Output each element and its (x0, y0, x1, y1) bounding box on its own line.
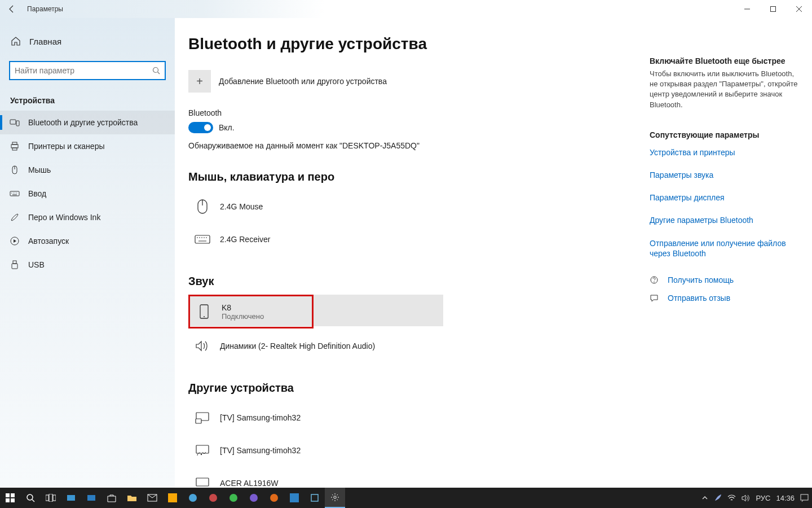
svg-point-34 (201, 454, 202, 455)
section-mkp-title: Мышь, клавиатура и перо (188, 170, 626, 183)
svg-rect-60 (801, 494, 808, 500)
svg-rect-41 (6, 498, 10, 502)
home-icon (10, 36, 21, 46)
taskbar-app-7[interactable] (304, 488, 325, 508)
sidebar-item-label: USB (28, 260, 45, 269)
sidebar-item-label: Автозапуск (28, 237, 69, 246)
svg-rect-32 (196, 419, 201, 423)
plus-icon: + (188, 70, 211, 93)
svg-line-44 (32, 500, 34, 502)
search-input-wrap[interactable] (9, 61, 166, 80)
devices-icon (9, 117, 20, 128)
start-button[interactable] (0, 488, 20, 508)
tips-fast-title: Включайте Bluetooth еще быстрее (650, 56, 798, 65)
link-display[interactable]: Параметры дисплея (650, 192, 798, 203)
svg-rect-42 (11, 498, 15, 502)
svg-rect-58 (311, 494, 318, 501)
home-button[interactable]: Главная (0, 32, 175, 51)
keyboard-icon (193, 230, 212, 249)
speaker-icon (193, 336, 212, 356)
svg-rect-47 (53, 495, 56, 501)
search-button[interactable] (20, 488, 41, 508)
sidebar-item-bluetooth[interactable]: Bluetooth и другие устройства (0, 111, 175, 134)
sidebar: Главная Устройства Bluetooth и другие ус… (0, 18, 175, 488)
section-other-title: Другие устройства (188, 382, 626, 395)
search-input[interactable] (15, 66, 152, 75)
taskbar-store[interactable] (102, 488, 122, 508)
get-help-link[interactable]: Получить помощь (650, 275, 798, 284)
svg-rect-8 (12, 148, 17, 150)
tray-wifi-icon[interactable] (727, 494, 736, 501)
svg-rect-35 (196, 478, 209, 486)
sidebar-item-mouse[interactable]: Мышь (0, 158, 175, 182)
svg-line-3 (158, 72, 160, 75)
device-item-tv1[interactable]: [TV] Samsung-timoh32 (188, 401, 443, 434)
svg-rect-1 (771, 7, 776, 12)
sidebar-item-autoplay[interactable]: Автозапуск (0, 229, 175, 253)
tray-time[interactable]: 14:36 (776, 494, 795, 502)
device-item-speakers[interactable]: Динамики (2- Realtek High Definition Aud… (188, 330, 443, 362)
sidebar-item-typing[interactable]: Ввод (0, 182, 175, 205)
device-item-mouse[interactable]: 2.4G Mouse (188, 190, 443, 223)
autoplay-icon (9, 236, 20, 246)
taskbar-viber[interactable] (244, 488, 264, 508)
taskbar-app-2[interactable] (81, 488, 102, 508)
link-send-receive[interactable]: Отправление или получение файлов через B… (650, 238, 798, 259)
link-sound[interactable]: Параметры звука (650, 170, 798, 180)
content: Bluetooth и другие устройства + Добавлен… (175, 18, 643, 488)
svg-rect-45 (46, 495, 48, 501)
sidebar-item-label: Мышь (28, 165, 51, 174)
bluetooth-label: Bluetooth (188, 108, 626, 117)
tray-feather-icon[interactable] (714, 494, 722, 502)
taskbar-firefox[interactable] (264, 488, 284, 508)
close-button[interactable] (786, 0, 812, 18)
help-icon (650, 275, 660, 284)
tips-panel: Включайте Bluetooth еще быстрее Чтобы вк… (643, 18, 812, 488)
device-item-k8[interactable]: K8 Подключено (190, 296, 312, 327)
maximize-button[interactable] (760, 0, 786, 18)
bluetooth-toggle[interactable] (188, 122, 213, 133)
feedback-label: Отправить отзыв (668, 294, 730, 303)
sidebar-item-printers[interactable]: Принтеры и сканеры (0, 134, 175, 158)
svg-rect-11 (10, 191, 19, 196)
device-list-other: [TV] Samsung-timoh32 [TV] Samsung-timoh3… (188, 401, 626, 488)
minimize-button[interactable] (734, 0, 760, 18)
svg-rect-19 (12, 264, 17, 269)
taskbar-mail[interactable] (142, 488, 162, 508)
taskbar-app-6[interactable] (284, 488, 304, 508)
mouse-icon (193, 197, 212, 216)
tray-chevron-up-icon[interactable] (701, 494, 708, 501)
taskbar-app-3[interactable] (162, 488, 183, 508)
device-item-tv2[interactable]: [TV] Samsung-timoh32 (188, 434, 443, 467)
feedback-icon (650, 294, 660, 303)
taskbar-app-1[interactable] (61, 488, 81, 508)
link-devices-printers[interactable]: Устройства и принтеры (650, 147, 798, 157)
mouse-icon (9, 165, 20, 175)
device-name: [TV] Samsung-timoh32 (220, 413, 301, 422)
taskbar-explorer[interactable] (122, 488, 142, 508)
back-button[interactable] (0, 0, 24, 18)
taskbar-app-5[interactable] (203, 488, 223, 508)
taskbar-whatsapp[interactable] (223, 488, 244, 508)
taskbar-app-4[interactable] (183, 488, 203, 508)
cast-icon (193, 408, 212, 427)
sidebar-item-pen[interactable]: Перо и Windows Ink (0, 205, 175, 229)
svg-rect-6 (11, 144, 18, 148)
svg-point-52 (189, 494, 197, 502)
feedback-link[interactable]: Отправить отзыв (650, 294, 798, 303)
device-item-monitor[interactable]: ACER AL1916W (188, 467, 443, 488)
taskbar-settings[interactable] (325, 488, 345, 508)
svg-point-56 (270, 494, 278, 502)
link-more-bluetooth[interactable]: Другие параметры Bluetooth (650, 215, 798, 225)
sidebar-item-label: Ввод (28, 189, 46, 198)
tray-notifications-icon[interactable] (800, 494, 809, 502)
tray-lang[interactable]: РУС (756, 494, 770, 502)
add-device-button[interactable]: + Добавление Bluetooth или другого устро… (188, 70, 626, 93)
search-icon (152, 67, 160, 75)
sidebar-item-usb[interactable]: USB (0, 253, 175, 277)
usb-icon (9, 260, 20, 270)
device-item-receiver[interactable]: 2.4G Receiver (188, 223, 443, 256)
tray-volume-icon[interactable] (742, 494, 750, 502)
related-links: Устройства и принтеры Параметры звука Па… (650, 147, 798, 259)
task-view-button[interactable] (41, 488, 61, 508)
